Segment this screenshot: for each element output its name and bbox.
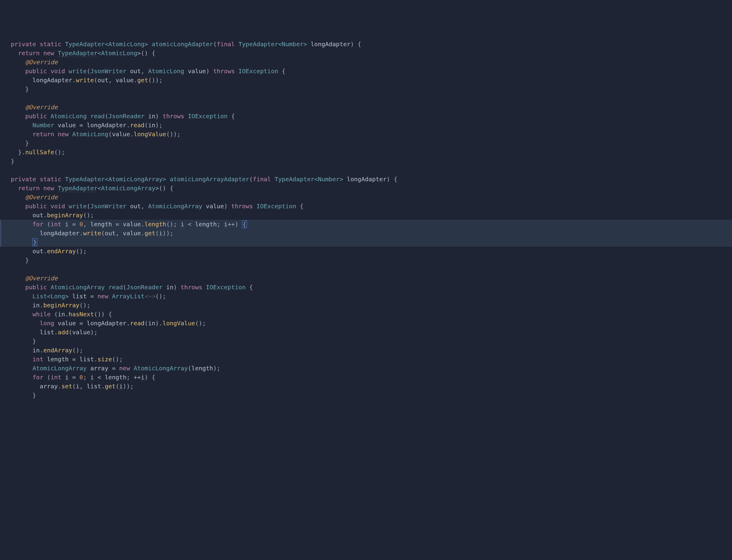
- code-line[interactable]: out.endArray();: [0, 247, 732, 256]
- code-line[interactable]: AtomicLongArray array = new AtomicLongAr…: [0, 364, 732, 373]
- code-line[interactable]: out.beginArray();: [0, 211, 732, 220]
- token-kw: public: [25, 68, 47, 75]
- token-punct: ,: [141, 203, 148, 210]
- token-sp: [36, 176, 40, 183]
- token-kw: final: [217, 41, 235, 48]
- token-type: AtomicLong: [51, 113, 87, 120]
- token-kw: throws: [213, 68, 235, 75]
- code-line[interactable]: }.nullSafe();: [0, 148, 732, 157]
- code-line[interactable]: array.set(i, list.get(i));: [0, 382, 732, 391]
- token-op: >: [303, 41, 307, 48]
- code-line[interactable]: for (int i = 0; i < length; ++i) {: [0, 373, 732, 382]
- token-brace: {: [394, 176, 397, 183]
- token-punct: ,: [80, 383, 87, 390]
- code-line[interactable]: }: [0, 157, 732, 166]
- code-line[interactable]: }: [0, 238, 732, 247]
- code-line[interactable]: longAdapter.write(out, value.get(i));: [0, 229, 732, 238]
- token-sp: [62, 176, 65, 183]
- code-line[interactable]: List<Long> list = new ArrayList<~>();: [0, 292, 732, 301]
- token-sp: [7, 203, 25, 210]
- token-type: AtomicLongArray: [148, 203, 203, 210]
- code-line[interactable]: }: [0, 85, 732, 94]
- token-ident: in: [148, 113, 155, 120]
- token-paren: (: [51, 311, 58, 318]
- code-line[interactable]: [0, 265, 732, 274]
- token-ident: out: [32, 248, 43, 255]
- token-funcCall: nullSafe: [25, 149, 54, 156]
- token-brace: }.: [18, 149, 25, 156]
- token-ident: out: [130, 203, 141, 210]
- token-brace: {: [300, 203, 303, 210]
- token-paren: (: [94, 77, 98, 84]
- token-sp: [7, 347, 32, 354]
- token-brace: }: [32, 392, 36, 399]
- token-ident: in: [58, 311, 65, 318]
- token-sp: [126, 68, 130, 75]
- code-line[interactable]: in.beginArray();: [0, 301, 732, 310]
- token-type: JsonReader: [126, 284, 162, 291]
- token-sp: [54, 185, 58, 192]
- code-line[interactable]: return new TypeAdapter<AtomicLong>() {: [0, 49, 732, 58]
- code-line[interactable]: [0, 166, 732, 175]
- token-sp: [166, 176, 170, 183]
- token-type: TypeAdapter: [275, 176, 314, 183]
- token-op: <: [47, 293, 50, 300]
- token-brace: {: [231, 113, 235, 120]
- token-paren: ();: [80, 302, 90, 309]
- code-line[interactable]: @Override: [0, 274, 732, 283]
- token-identU: i: [224, 221, 228, 228]
- token-sp: [7, 356, 32, 363]
- code-line[interactable]: return new TypeAdapter<AtomicLongArray>(…: [0, 184, 732, 193]
- token-sp: [7, 293, 32, 300]
- token-ident: longAdapter: [87, 122, 126, 129]
- code-line[interactable]: }: [0, 337, 732, 346]
- token-sp: [7, 41, 11, 48]
- token-sp: [87, 365, 90, 372]
- token-sp: [228, 203, 231, 210]
- token-ident: value: [123, 221, 141, 228]
- token-sp: [390, 176, 393, 183]
- code-line[interactable]: in.endArray();: [0, 346, 732, 355]
- code-line[interactable]: int length = list.size();: [0, 355, 732, 364]
- token-ident: in: [166, 284, 173, 291]
- token-sp: [7, 248, 32, 255]
- code-line[interactable]: while (in.hasNext()) {: [0, 310, 732, 319]
- token-punct: ;: [217, 221, 224, 228]
- token-punct: .: [58, 383, 62, 390]
- token-punct: ; ++: [126, 374, 141, 381]
- code-line[interactable]: @Override: [0, 193, 732, 202]
- token-type: AtomicLongArray: [108, 176, 163, 183]
- token-funcCall: hasNext: [69, 311, 94, 318]
- token-kw: int: [51, 221, 62, 228]
- code-line[interactable]: private static TypeAdapter<AtomicLongArr…: [0, 175, 732, 184]
- token-sp: [7, 239, 32, 246]
- token-sp: [354, 41, 358, 48]
- code-line[interactable]: @Override: [0, 58, 732, 67]
- token-ident: in: [32, 302, 40, 309]
- code-line[interactable]: longAdapter.write(out, value.get());: [0, 76, 732, 85]
- code-line[interactable]: private static TypeAdapter<AtomicLong> a…: [0, 40, 732, 49]
- token-ident: longAdapter: [32, 77, 72, 84]
- code-line[interactable]: }: [0, 391, 732, 400]
- code-line[interactable]: public void write(JsonWriter out, Atomic…: [0, 67, 732, 76]
- code-editor[interactable]: private static TypeAdapter<AtomicLong> a…: [0, 40, 732, 400]
- code-line[interactable]: list.add(value);: [0, 328, 732, 337]
- code-line[interactable]: }: [0, 256, 732, 265]
- code-line[interactable]: [0, 94, 732, 103]
- code-line[interactable]: Number value = longAdapter.read(in);: [0, 121, 732, 130]
- code-line[interactable]: @Override: [0, 103, 732, 112]
- code-line[interactable]: long value = longAdapter.read(in).longVa…: [0, 319, 732, 328]
- token-brace: {: [170, 185, 173, 192]
- code-line[interactable]: }: [0, 139, 732, 148]
- code-line[interactable]: public AtomicLong read(JsonReader in) th…: [0, 112, 732, 121]
- token-kw: new: [98, 293, 108, 300]
- token-kw: while: [32, 311, 50, 318]
- code-line[interactable]: public AtomicLongArray read(JsonReader i…: [0, 283, 732, 292]
- token-sp: [7, 158, 11, 165]
- token-op: >: [340, 176, 343, 183]
- code-line[interactable]: return new AtomicLong(value.longValue())…: [0, 130, 732, 139]
- token-funcCall: longValue: [163, 320, 195, 327]
- token-sp: [202, 284, 206, 291]
- code-line[interactable]: public void write(JsonWriter out, Atomic…: [0, 202, 732, 211]
- code-line[interactable]: for (int i = 0, length = value.length();…: [0, 220, 732, 229]
